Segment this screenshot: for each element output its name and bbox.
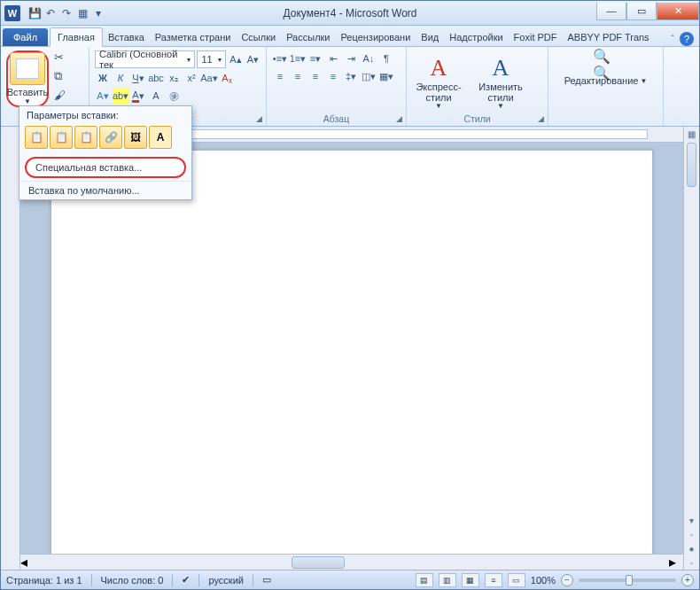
view-outline-icon[interactable]: ≡ — [485, 573, 502, 587]
status-page[interactable]: Страница: 1 из 1 — [6, 575, 82, 586]
tab-view[interactable]: Вид — [416, 28, 444, 46]
tab-mailings[interactable]: Рассылки — [281, 28, 335, 46]
horizontal-scrollbar[interactable]: ◂ ▸ — [20, 554, 683, 570]
undo-icon[interactable]: ↶ — [43, 6, 58, 20]
close-button[interactable]: ✕ — [657, 3, 699, 20]
prev-page-icon[interactable]: ◦ — [684, 527, 699, 541]
sort-icon[interactable]: A↓ — [361, 50, 377, 66]
redo-icon[interactable]: ↷ — [59, 6, 74, 20]
tab-abbyy[interactable]: ABBYY PDF Trans — [563, 28, 655, 46]
zoom-slider-knob[interactable] — [626, 575, 633, 586]
styles-launcher-icon[interactable]: ◢ — [535, 113, 546, 124]
maximize-button[interactable]: ▭ — [626, 3, 657, 20]
align-right-icon[interactable]: ≡ — [307, 68, 323, 84]
tab-file[interactable]: Файл — [3, 28, 48, 46]
superscript-icon[interactable]: x² — [183, 70, 199, 86]
line-spacing-icon[interactable]: ‡▾ — [343, 68, 359, 84]
tab-references[interactable]: Ссылки — [236, 28, 281, 46]
paste-option-link[interactable]: 🔗 — [99, 126, 122, 149]
save-icon[interactable]: 💾 — [27, 6, 42, 20]
tab-addins[interactable]: Надстройки — [444, 28, 508, 46]
justify-icon[interactable]: ≡ — [325, 68, 341, 84]
grow-font-icon[interactable]: A▴ — [228, 51, 243, 67]
vertical-scrollbar[interactable]: ▦ ▴ ▾ ◦ ● ◦ — [683, 127, 699, 570]
scroll-left-icon[interactable]: ◂ — [20, 554, 35, 571]
shading-icon[interactable]: ◫▾ — [361, 68, 377, 84]
spellcheck-icon[interactable]: ✔ — [182, 574, 190, 586]
paste-special-item[interactable]: Специальная вставка... — [25, 157, 186, 178]
view-draft-icon[interactable]: ▭ — [508, 573, 525, 587]
paste-option-merge[interactable]: 📋 — [50, 126, 73, 149]
hscroll-thumb[interactable] — [292, 556, 345, 569]
decrease-indent-icon[interactable]: ⇤ — [325, 50, 341, 66]
table-icon[interactable]: ▦ — [75, 6, 89, 20]
shrink-font-icon[interactable]: A▾ — [245, 51, 261, 67]
font-size-combo[interactable]: 11▾ — [197, 50, 226, 68]
format-painter-icon[interactable]: 🖌 — [54, 89, 66, 102]
paste-option-picture[interactable]: 🖼 — [124, 126, 147, 149]
minimize-button[interactable]: — — [596, 3, 626, 20]
increase-indent-icon[interactable]: ⇥ — [343, 50, 359, 66]
status-words[interactable]: Число слов: 0 — [101, 575, 164, 586]
subscript-icon[interactable]: x₂ — [166, 70, 182, 86]
tab-foxit[interactable]: Foxit PDF — [509, 28, 563, 46]
qat-customize-icon[interactable]: ▾ — [91, 6, 105, 20]
numbering-icon[interactable]: 1≡▾ — [290, 50, 306, 66]
tab-home[interactable]: Главная — [50, 27, 103, 47]
font-launcher-icon[interactable]: ◢ — [253, 113, 264, 124]
page[interactable] — [51, 150, 653, 554]
view-fullscreen-icon[interactable]: ▥ — [439, 573, 456, 587]
font-name-combo[interactable]: Calibri (Основной тек▾ — [95, 50, 195, 68]
clear-format-icon[interactable]: Aᵪ — [219, 70, 235, 86]
document-area[interactable] — [20, 143, 683, 554]
tab-pagelayout[interactable]: Разметка страни — [150, 28, 237, 46]
paragraph-launcher-icon[interactable]: ◢ — [393, 113, 404, 124]
char-shading-icon[interactable]: A — [148, 88, 164, 104]
editing-button[interactable]: Редактирование ▼ — [564, 75, 648, 86]
insert-mode-icon[interactable]: ▭ — [262, 574, 271, 586]
copy-icon[interactable]: ⧉ — [54, 69, 66, 83]
cut-icon[interactable]: ✂ — [54, 50, 66, 64]
show-marks-icon[interactable]: ¶ — [378, 50, 394, 66]
vscroll-thumb[interactable] — [687, 143, 696, 187]
highlight-icon[interactable]: ab▾ — [113, 88, 128, 104]
find-icon[interactable]: 🔍🔍 — [593, 54, 619, 75]
enclose-icon[interactable]: ㊝ — [166, 88, 182, 104]
zoom-slider[interactable] — [579, 578, 676, 582]
next-page-icon[interactable]: ◦ — [684, 555, 699, 570]
scroll-down-icon[interactable]: ▾ — [684, 513, 699, 527]
view-print-layout-icon[interactable]: ▤ — [416, 573, 433, 587]
bullets-icon[interactable]: •≡▾ — [272, 50, 288, 66]
minimize-ribbon-icon[interactable]: ˆ — [671, 34, 674, 44]
scroll-right-icon[interactable]: ▸ — [669, 554, 683, 571]
paste-option-keep-source[interactable]: 📋 — [25, 126, 48, 149]
font-color-icon[interactable]: A▾ — [130, 88, 146, 104]
ruler-toggle-icon[interactable]: ▦ — [684, 127, 699, 141]
status-language[interactable]: русский — [208, 575, 243, 586]
borders-icon[interactable]: ▦▾ — [378, 68, 394, 84]
change-styles-button[interactable]: A Изменить стили ▼ — [474, 56, 527, 111]
underline-icon[interactable]: Ч▾ — [130, 70, 146, 86]
italic-icon[interactable]: К — [113, 70, 128, 86]
browse-object-icon[interactable]: ● — [684, 541, 699, 555]
align-left-icon[interactable]: ≡ — [272, 68, 288, 84]
paste-option-use-dest[interactable]: 📋 — [74, 126, 97, 149]
quick-styles-button[interactable]: A Экспресс-стили ▼ — [412, 56, 465, 111]
zoom-out-button[interactable]: − — [561, 574, 573, 586]
strike-icon[interactable]: abc — [148, 70, 164, 86]
align-center-icon[interactable]: ≡ — [290, 68, 306, 84]
divider — [198, 574, 199, 586]
multilevel-icon[interactable]: ≡▾ — [307, 50, 323, 66]
paste-default-item[interactable]: Вставка по умолчанию... — [19, 181, 191, 199]
view-web-icon[interactable]: ▦ — [462, 573, 479, 587]
paste-split-button[interactable]: Вставить ▼ — [6, 50, 49, 107]
tab-review[interactable]: Рецензировани — [336, 28, 416, 46]
text-effects-icon[interactable]: A▾ — [95, 88, 111, 104]
zoom-level[interactable]: 100% — [531, 575, 556, 586]
change-case-icon[interactable]: Aa▾ — [201, 70, 217, 86]
paste-option-text-only[interactable]: A — [149, 126, 172, 149]
help-icon[interactable]: ? — [680, 32, 694, 46]
tab-insert[interactable]: Вставка — [103, 28, 150, 46]
bold-icon[interactable]: Ж — [95, 70, 111, 86]
zoom-in-button[interactable]: + — [681, 574, 694, 586]
